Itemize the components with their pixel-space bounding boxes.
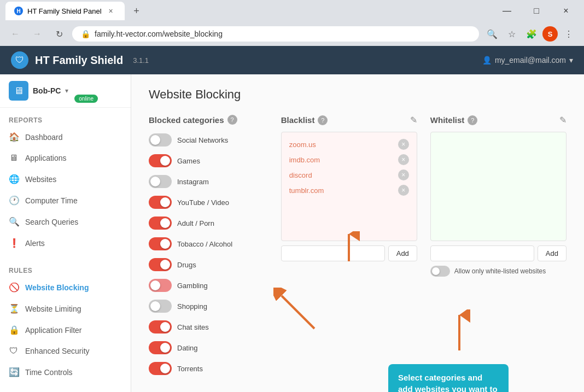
app-header: 🛡 HT Family Shield 3.1.1 👤 my_email@mail… xyxy=(0,46,584,74)
sidebar-item-applications[interactable]: 🖥 Applications xyxy=(0,148,131,168)
blacklist-item-tumblr: tumblr.com × xyxy=(286,183,412,198)
forward-button[interactable]: → xyxy=(28,25,46,43)
whitelist-add-button[interactable]: Add xyxy=(538,245,567,261)
toggle-gambling[interactable] xyxy=(149,279,172,292)
category-games: Games xyxy=(149,152,268,169)
blocked-categories-title: Blocked categories xyxy=(149,115,224,125)
computer-time-icon: 🕐 xyxy=(9,195,19,206)
blacklist-url-tumblr: tumblr.com xyxy=(289,186,324,195)
blocked-categories-header: Blocked categories ? xyxy=(149,115,268,125)
sidebar-item-enhanced-security[interactable]: 🛡 Enhanced Security xyxy=(0,341,131,361)
extensions-button[interactable]: 🧩 xyxy=(523,25,540,43)
category-youtube: YouTube / Video xyxy=(149,194,268,211)
shopping-arrow xyxy=(154,295,187,317)
tab-title: HT Family Shield Panel xyxy=(27,7,102,15)
minimize-button[interactable]: — xyxy=(494,2,519,20)
sidebar-item-search-queries[interactable]: 🔍 Search Queries xyxy=(0,211,131,232)
sidebar-item-computer-time[interactable]: 🕐 Computer Time xyxy=(0,190,131,211)
blacklist-remove-discord[interactable]: × xyxy=(398,169,409,180)
reports-section: Reports 🏠 Dashboard 🖥 Applications 🌐 Web… xyxy=(0,108,131,258)
category-label-tobacco: Tobacco / Alcohol xyxy=(177,240,232,248)
app-header-right: 👤 my_email@mail.com ▾ xyxy=(482,56,573,65)
category-label-drugs: Drugs xyxy=(177,261,196,269)
toggle-social-networks[interactable] xyxy=(149,133,172,147)
toggle-youtube[interactable] xyxy=(149,196,172,209)
toggle-tobacco[interactable] xyxy=(149,237,172,250)
back-button[interactable]: ← xyxy=(7,25,24,43)
sidebar-item-dashboard[interactable]: 🏠 Dashboard xyxy=(0,126,131,148)
profile-button[interactable]: S xyxy=(542,26,558,42)
toggle-chat[interactable] xyxy=(149,320,172,334)
app-header-left: 🛡 HT Family Shield 3.1.1 xyxy=(11,51,149,69)
toggle-adult[interactable] xyxy=(149,217,172,230)
applications-label: Applications xyxy=(25,154,67,162)
enhanced-security-label: Enhanced Security xyxy=(25,347,90,355)
website-blocking-icon: 🚫 xyxy=(9,282,19,292)
blacklist-help-icon[interactable]: ? xyxy=(318,115,328,125)
blacklist-add-button[interactable]: Add xyxy=(388,245,417,261)
more-button[interactable]: ⋮ xyxy=(560,25,577,43)
blacklist-url-discord: discord xyxy=(289,171,312,179)
sidebar-item-website-blocking[interactable]: 🚫 Website Blocking xyxy=(0,277,131,298)
rules-section-title: Rules xyxy=(0,262,131,277)
app-logo: 🛡 xyxy=(11,51,28,69)
blacklist-item-imdb: imdb.com × xyxy=(286,152,412,167)
category-label-chat: Chat sites xyxy=(177,323,209,331)
toggle-instagram[interactable] xyxy=(149,175,172,188)
blocked-categories-help-icon[interactable]: ? xyxy=(227,115,237,125)
blacklist-url-zoom: zoom.us xyxy=(289,141,316,149)
categories-list: Social Networks Games xyxy=(149,131,268,377)
blacklist-url-imdb: imdb.com xyxy=(289,156,320,164)
sidebar-item-application-filter[interactable]: 🔒 Application Filter xyxy=(0,319,131,341)
category-label-social-networks: Social Networks xyxy=(177,136,228,144)
alerts-label: Alerts xyxy=(25,239,45,248)
whitelist-edit-icon[interactable]: ✎ xyxy=(559,115,567,125)
url-bar[interactable]: 🔒 family.ht-vector.com/website_blocking xyxy=(72,26,479,42)
whitelist-add-row: Add xyxy=(430,245,567,261)
active-tab[interactable]: H HT Family Shield Panel × xyxy=(5,2,125,20)
application-filter-label: Application Filter xyxy=(25,326,82,335)
whitelist-help-icon[interactable]: ? xyxy=(468,115,477,125)
applications-icon: 🖥 xyxy=(9,153,19,163)
toggle-dating[interactable] xyxy=(149,341,172,354)
bookmark-button[interactable]: ☆ xyxy=(503,25,521,43)
refresh-button[interactable]: ↻ xyxy=(50,25,68,43)
toggle-torrents[interactable] xyxy=(149,362,172,375)
category-label-instagram: Instagram xyxy=(177,178,209,186)
sidebar-item-websites[interactable]: 🌐 Websites xyxy=(0,168,131,190)
search-button[interactable]: 🔍 xyxy=(483,25,501,43)
category-instagram: Instagram xyxy=(149,173,268,190)
new-tab-button[interactable]: + xyxy=(129,3,144,19)
dashboard-label: Dashboard xyxy=(25,133,63,142)
blacklist-remove-imdb[interactable]: × xyxy=(398,154,409,165)
tab-close-button[interactable]: × xyxy=(106,6,116,16)
close-button[interactable]: × xyxy=(553,2,579,20)
main-content: Website Blocking Blocked categories ? xyxy=(131,74,584,392)
toggle-drugs[interactable] xyxy=(149,258,172,271)
sidebar-item-alerts[interactable]: ❗ Alerts xyxy=(0,232,131,254)
blacklist-title: Blacklist xyxy=(281,115,315,125)
toggle-whitelist-only[interactable] xyxy=(430,266,450,277)
blacklist-remove-zoom[interactable]: × xyxy=(398,139,409,150)
user-dropdown-icon[interactable]: ▾ xyxy=(569,56,573,65)
tooltip-box: Select categories and add websites you w… xyxy=(388,364,509,392)
lock-icon: 🔒 xyxy=(81,30,90,38)
whitelist-add-input[interactable] xyxy=(430,245,534,261)
maximize-button[interactable]: □ xyxy=(524,2,549,20)
blacklist-add-input[interactable] xyxy=(281,245,385,261)
website-limiting-icon: ⏳ xyxy=(9,303,19,314)
window-controls: — □ × xyxy=(494,2,579,20)
category-adult: Adult / Porn xyxy=(149,214,268,232)
blacklist-edit-icon[interactable]: ✎ xyxy=(410,115,417,125)
blacklist-remove-tumblr[interactable]: × xyxy=(398,185,409,196)
sidebar-item-time-controls[interactable]: 🔄 Time Controls xyxy=(0,361,131,383)
category-label-games: Games xyxy=(177,157,200,165)
app-version: 3.1.1 xyxy=(133,56,149,65)
toggle-games[interactable] xyxy=(149,154,172,167)
whitelist-only-label: Allow only white-listed websites xyxy=(454,267,546,275)
sidebar-item-website-limiting[interactable]: ⏳ Website Limiting xyxy=(0,298,131,319)
websites-label: Websites xyxy=(25,175,56,184)
page-title: Website Blocking xyxy=(149,87,567,102)
device-selector[interactable]: 🖥 Bob-PC ▾ online xyxy=(0,74,131,108)
browser-window: H HT Family Shield Panel × + — □ × ← → ↻… xyxy=(0,0,584,392)
